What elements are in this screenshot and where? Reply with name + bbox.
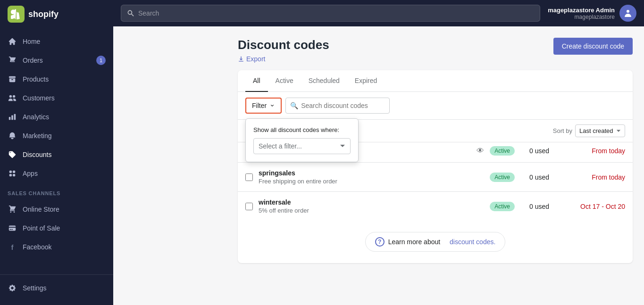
row2-name: springsales (259, 169, 484, 177)
table-row: wintersale 5% off entire order Active 0 … (238, 191, 633, 221)
filter-button-label: Filter (252, 102, 267, 109)
facebook-icon: f (8, 242, 17, 252)
point-of-sale-icon (8, 223, 17, 233)
row2-info: springsales Free shipping on entire orde… (259, 169, 484, 185)
row3-status-badge: Active (490, 202, 515, 211)
learn-more-link[interactable]: discount codes. (450, 238, 495, 246)
sort-label: Sort by (553, 127, 572, 134)
help-icon: ? (375, 237, 385, 247)
learn-more-text: Learn more about (388, 238, 441, 246)
row1-visibility-icon: 👁 (477, 147, 484, 155)
filter-button[interactable]: Filter (245, 98, 282, 114)
orders-badge: 1 (96, 56, 106, 65)
tab-scheduled[interactable]: Scheduled (301, 70, 347, 92)
tab-all[interactable]: All (245, 70, 268, 92)
row2-status-badge: Active (490, 173, 515, 182)
settings-label: Settings (23, 284, 47, 292)
export-icon (238, 56, 244, 62)
analytics-icon (8, 112, 17, 122)
sidebar-item-apps-label: Apps (23, 170, 38, 177)
row2-description: Free shipping on entire order (259, 178, 484, 185)
page-header: Discount codes Export Create discount co… (238, 38, 633, 63)
sort-control: Sort by Last createdA-ZZ-AMost usedLeast… (553, 124, 625, 137)
topbar: Search mageplazastore Admin mageplazasto… (113, 0, 644, 26)
filter-dropdown-label: Show all discount codes where: (253, 126, 351, 133)
online-store-icon (8, 205, 17, 214)
user-name: mageplazastore Admin (548, 7, 615, 14)
sidebar-item-settings[interactable]: Settings (0, 279, 113, 297)
sidebar-item-point-of-sale[interactable]: Point of Sale (0, 219, 113, 238)
search-input-wrapper: 🔍 (285, 98, 625, 114)
row2-checkbox[interactable] (245, 173, 253, 181)
sidebar-header: shopify (0, 0, 113, 28)
discounts-icon (8, 150, 17, 159)
learn-more-section: ? Learn more about discount codes. (238, 221, 633, 263)
sidebar-item-orders[interactable]: Orders 1 (0, 51, 113, 70)
search-placeholder-text: Search (138, 9, 159, 17)
tab-active[interactable]: Active (268, 70, 301, 92)
create-discount-button[interactable]: Create discount code (553, 38, 633, 55)
row2-date-range: From today (564, 173, 625, 181)
sidebar: shopify Home Orders 1 Products (0, 0, 113, 305)
products-icon (8, 74, 17, 84)
sidebar-item-online-store[interactable]: Online Store (0, 200, 113, 219)
sidebar-item-home-label: Home (23, 38, 40, 45)
page-title: Discount codes (238, 38, 329, 52)
marketing-icon (8, 131, 17, 140)
sidebar-item-orders-label: Orders (23, 57, 43, 64)
settings-icon (8, 283, 17, 293)
sidebar-item-products[interactable]: Products (0, 70, 113, 89)
sidebar-item-pos-label: Point of Sale (23, 224, 60, 232)
avatar (619, 5, 636, 22)
user-store: mageplazastore (548, 14, 615, 20)
search-input[interactable] (285, 98, 390, 114)
sidebar-item-home[interactable]: Home (0, 32, 113, 51)
row1-used-count: 0 used (520, 147, 558, 155)
filter-row: Filter 🔍 Show all discount codes where: … (238, 92, 633, 119)
sales-channels-section-label: SALES CHANNELS (0, 183, 113, 200)
shopify-brand-name: shopify (28, 9, 59, 19)
sidebar-item-apps[interactable]: Apps (0, 164, 113, 183)
sidebar-item-marketing[interactable]: Marketing (0, 126, 113, 145)
export-label: Export (246, 55, 265, 63)
filter-dropdown: Show all discount codes where: Select a … (245, 118, 359, 162)
search-input-icon: 🔍 (290, 102, 298, 109)
learn-more-pill: ? Learn more about discount codes. (365, 232, 506, 252)
sort-select[interactable]: Last createdA-ZZ-AMost usedLeast used (575, 124, 625, 137)
page-title-section: Discount codes Export (238, 38, 329, 63)
search-bar[interactable]: Search (121, 5, 540, 22)
home-icon (8, 37, 17, 46)
row1-date-range: From today (564, 147, 625, 155)
search-icon (127, 9, 134, 17)
tab-expired[interactable]: Expired (347, 70, 385, 92)
sidebar-item-products-label: Products (23, 75, 49, 83)
main-content: Discount codes Export Create discount co… (226, 26, 644, 305)
row3-info: wintersale 5% off entire order (259, 198, 484, 214)
row2-used-count: 0 used (520, 173, 558, 181)
sidebar-item-analytics[interactable]: Analytics (0, 107, 113, 126)
row3-date-range: Oct 17 - Oct 20 (564, 203, 625, 210)
discount-codes-card: All Active Scheduled Expired Filter 🔍 Sh… (238, 70, 633, 263)
sidebar-item-customers-label: Customers (23, 94, 55, 102)
export-link[interactable]: Export (238, 55, 329, 63)
row3-description: 5% off entire order (259, 207, 484, 214)
row1-status-badge: Active (490, 146, 515, 156)
sidebar-item-facebook-label: Facebook (23, 243, 51, 251)
customers-icon (8, 93, 17, 103)
sidebar-item-discounts[interactable]: Discounts (0, 145, 113, 164)
sidebar-item-analytics-label: Analytics (23, 113, 49, 121)
sidebar-item-online-store-label: Online Store (23, 206, 59, 213)
sidebar-item-facebook[interactable]: f Facebook (0, 238, 113, 256)
filter-select[interactable]: Select a filter...StatusTimes usedCreate… (253, 138, 351, 154)
row3-name: wintersale (259, 198, 484, 206)
row3-checkbox[interactable] (245, 203, 253, 210)
apps-icon (8, 169, 17, 178)
sidebar-item-customers[interactable]: Customers (0, 89, 113, 107)
filter-chevron-icon (269, 103, 275, 108)
table-row: springsales Free shipping on entire orde… (238, 162, 633, 191)
sidebar-settings-section: Settings (0, 274, 113, 305)
user-info: mageplazastore Admin mageplazastore (548, 5, 636, 22)
user-details: mageplazastore Admin mageplazastore (548, 7, 615, 20)
sidebar-item-discounts-label: Discounts (23, 151, 51, 158)
row3-used-count: 0 used (520, 203, 558, 210)
